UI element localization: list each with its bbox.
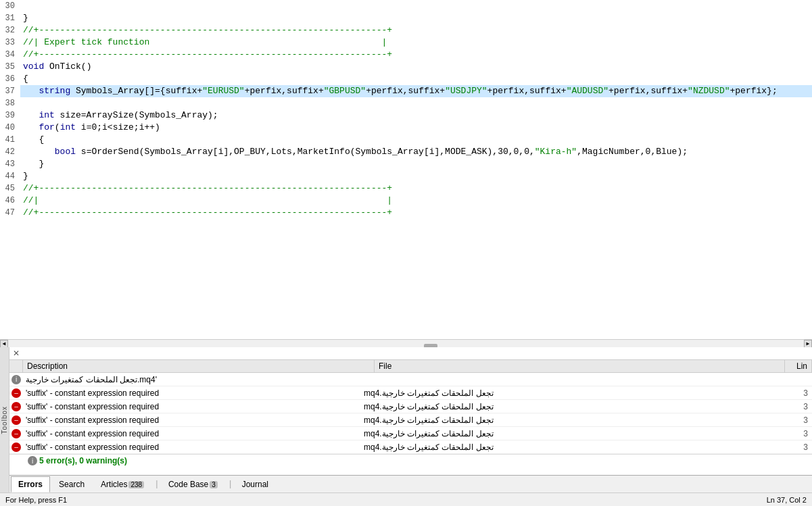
error-line-2: 3 bbox=[785, 402, 812, 411]
scroll-left-arrow[interactable]: ◀ bbox=[0, 340, 8, 348]
code-line-35: 35 void OnTick() bbox=[0, 61, 812, 73]
error-file-3: تجعل الملحقات كمتغيرات خارجية.mq4 bbox=[361, 415, 785, 425]
code-line-37: 37 string Symbols_Array[]={suffix+"EURUS… bbox=[0, 85, 812, 97]
code-line-45: 45 //+----------------------------------… bbox=[0, 182, 812, 195]
error-desc-4: 'suffix' - constant expression required bbox=[23, 429, 361, 438]
col-header-file: File bbox=[375, 360, 785, 372]
close-panel-button[interactable]: ✕ bbox=[11, 348, 22, 359]
error-icon-info: i bbox=[9, 375, 23, 384]
error-panel-wrapper: Toolbox ✕ Description File Lin i تجعل ال… bbox=[0, 347, 812, 492]
tab-separator-1: | bbox=[154, 479, 160, 489]
scroll-right-arrow[interactable]: ▶ bbox=[804, 340, 812, 348]
col-header-line: Lin bbox=[785, 360, 812, 372]
col-header-icon bbox=[9, 360, 23, 372]
error-desc-5: 'suffix' - constant expression required bbox=[23, 442, 361, 452]
error-line-1: 3 bbox=[785, 388, 812, 398]
code-line-32: 32 //+----------------------------------… bbox=[0, 24, 812, 36]
codebase-badge: 3 bbox=[210, 481, 218, 488]
horizontal-scrollbar[interactable]: ◀ ▶ bbox=[0, 339, 812, 347]
code-line-42: 42 bool s=OrderSend(Symbols_Array[i],OP_… bbox=[0, 146, 812, 158]
code-line-31: 31 } bbox=[0, 12, 812, 24]
error-desc-3: 'suffix' - constant expression required bbox=[23, 415, 361, 425]
code-line-43: 43 } bbox=[0, 158, 812, 170]
error-icon-2: – bbox=[9, 402, 23, 411]
error-row-5[interactable]: – 'suffix' - constant expression require… bbox=[9, 440, 812, 454]
error-panel: ✕ Description File Lin i تجعل الملحقات ك… bbox=[9, 347, 812, 492]
error-icon-3: – bbox=[9, 415, 23, 425]
code-line-36: 36 { bbox=[0, 73, 812, 85]
error-summary-text: 5 error(s), 0 warning(s) bbox=[39, 456, 127, 465]
col-header-description: Description bbox=[23, 360, 375, 372]
tab-separator-2: | bbox=[228, 479, 233, 489]
error-file-5: تجعل الملحقات كمتغيرات خارجية.mq4 bbox=[361, 442, 785, 452]
panel-close-strip: ✕ bbox=[9, 347, 812, 360]
code-line-40: 40 for(int i=0;i<size;i++) bbox=[0, 122, 812, 134]
code-line-47: 47 //+----------------------------------… bbox=[0, 207, 812, 219]
status-help-text: For Help, press F1 bbox=[5, 496, 67, 504]
error-icon-1: – bbox=[9, 388, 23, 398]
error-summary-row: i 5 error(s), 0 warning(s) bbox=[9, 454, 812, 467]
error-icon-5: – bbox=[9, 442, 23, 452]
tab-errors[interactable]: Errors bbox=[11, 476, 50, 492]
error-icon-summary: i bbox=[26, 456, 39, 465]
error-row-2[interactable]: – 'suffix' - constant expression require… bbox=[9, 400, 812, 413]
code-line-39: 39 int size=ArraySize(Symbols_Array); bbox=[0, 109, 812, 122]
error-row-4[interactable]: – 'suffix' - constant expression require… bbox=[9, 427, 812, 440]
error-line-3: 3 bbox=[785, 415, 812, 425]
error-row-header[interactable]: i تجعل الملحقات كمتغيرات خارجية.mq4' bbox=[9, 373, 812, 386]
tab-articles[interactable]: Articles238 bbox=[93, 476, 151, 492]
error-file-1: تجعل الملحقات كمتغيرات خارجية.mq4 bbox=[361, 388, 785, 398]
tab-journal[interactable]: Journal bbox=[235, 476, 276, 492]
code-content[interactable]: 30 31 } 32 //+--------------------------… bbox=[0, 0, 812, 339]
error-line-5: 3 bbox=[785, 442, 812, 452]
error-desc-header: تجعل الملحقات كمتغيرات خارجية.mq4' bbox=[23, 375, 361, 384]
code-line-38: 38 bbox=[0, 97, 812, 109]
error-row-3[interactable]: – 'suffix' - constant expression require… bbox=[9, 413, 812, 427]
toolbox-label: Toolbox bbox=[1, 406, 8, 434]
code-line-34: 34 //+----------------------------------… bbox=[0, 49, 812, 61]
tab-search[interactable]: Search bbox=[51, 476, 92, 492]
bottom-tabs: Errors Search Articles238 | Code Base3 |… bbox=[9, 475, 812, 492]
error-file-2: تجعل الملحقات كمتغيرات خارجية.mq4 bbox=[361, 402, 785, 411]
error-file-4: تجعل الملحقات كمتغيرات خارجية.mq4 bbox=[361, 429, 785, 438]
error-list: i تجعل الملحقات كمتغيرات خارجية.mq4' – '… bbox=[9, 373, 812, 475]
error-icon-4: – bbox=[9, 429, 23, 438]
code-editor[interactable]: 30 31 } 32 //+--------------------------… bbox=[0, 0, 812, 347]
status-position: Ln 37, Col 2 bbox=[767, 496, 807, 504]
error-row-1[interactable]: – 'suffix' - constant expression require… bbox=[9, 386, 812, 400]
code-line-46: 46 //| | bbox=[0, 195, 812, 207]
code-line-41: 41 { bbox=[0, 134, 812, 146]
code-line-33: 33 //| Expert tick function | bbox=[0, 36, 812, 49]
error-line-4: 3 bbox=[785, 429, 812, 438]
error-column-headers: Description File Lin bbox=[9, 360, 812, 373]
code-line-44: 44 } bbox=[0, 170, 812, 182]
status-bar: For Help, press F1 Ln 37, Col 2 bbox=[0, 492, 812, 506]
error-desc-2: 'suffix' - constant expression required bbox=[23, 402, 361, 411]
code-line-30: 30 bbox=[0, 0, 812, 12]
toolbox-strip: Toolbox bbox=[0, 347, 9, 492]
articles-badge: 238 bbox=[128, 481, 144, 488]
tab-codebase[interactable]: Code Base3 bbox=[161, 476, 225, 492]
error-desc-1: 'suffix' - constant expression required bbox=[23, 388, 361, 398]
